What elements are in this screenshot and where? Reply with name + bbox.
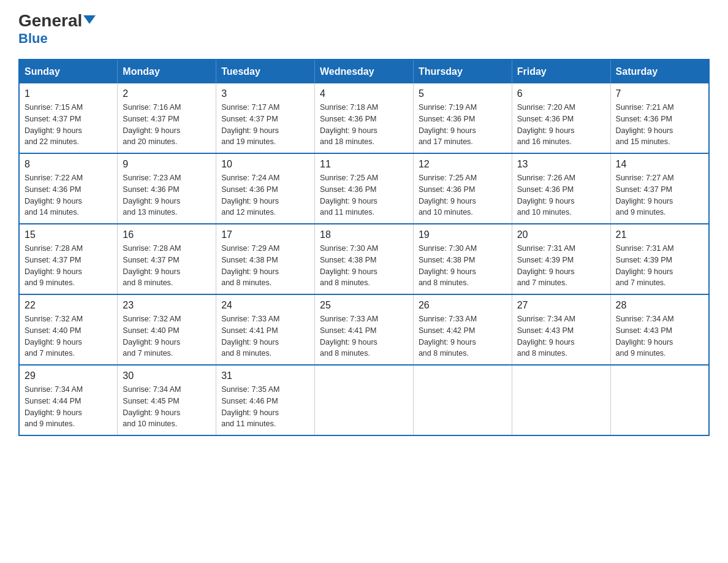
day-number: 12 xyxy=(419,159,507,170)
day-info: Sunrise: 7:33 AMSunset: 4:42 PMDaylight:… xyxy=(419,313,507,359)
calendar-cell: 24 Sunrise: 7:33 AMSunset: 4:41 PMDaylig… xyxy=(216,294,315,365)
day-header-friday: Friday xyxy=(512,59,610,83)
day-number: 26 xyxy=(419,300,507,311)
day-info: Sunrise: 7:31 AMSunset: 4:39 PMDaylight:… xyxy=(616,243,703,289)
day-number: 1 xyxy=(25,88,112,99)
day-number: 3 xyxy=(221,88,309,99)
day-info: Sunrise: 7:35 AMSunset: 4:46 PMDaylight:… xyxy=(221,384,309,430)
calendar-cell xyxy=(610,365,709,435)
calendar-cell: 4 Sunrise: 7:18 AMSunset: 4:36 PMDayligh… xyxy=(315,83,414,153)
day-number: 27 xyxy=(517,300,605,311)
day-number: 23 xyxy=(123,300,211,311)
day-number: 11 xyxy=(320,159,408,170)
day-info: Sunrise: 7:31 AMSunset: 4:39 PMDaylight:… xyxy=(517,243,605,289)
day-header-wednesday: Wednesday xyxy=(315,59,414,83)
calendar-cell: 14 Sunrise: 7:27 AMSunset: 4:37 PMDaylig… xyxy=(610,153,709,224)
day-number: 2 xyxy=(123,88,211,99)
calendar-cell: 17 Sunrise: 7:29 AMSunset: 4:38 PMDaylig… xyxy=(216,224,315,294)
day-number: 17 xyxy=(221,229,309,240)
day-info: Sunrise: 7:25 AMSunset: 4:36 PMDaylight:… xyxy=(419,172,507,218)
calendar-cell xyxy=(512,365,610,435)
day-number: 25 xyxy=(320,300,408,311)
day-info: Sunrise: 7:32 AMSunset: 4:40 PMDaylight:… xyxy=(25,313,112,359)
calendar-cell: 31 Sunrise: 7:35 AMSunset: 4:46 PMDaylig… xyxy=(216,365,315,435)
calendar-cell: 11 Sunrise: 7:25 AMSunset: 4:36 PMDaylig… xyxy=(315,153,414,224)
day-number: 29 xyxy=(25,370,112,381)
day-header-sunday: Sunday xyxy=(19,59,118,83)
day-number: 9 xyxy=(123,159,211,170)
calendar-cell: 2 Sunrise: 7:16 AMSunset: 4:37 PMDayligh… xyxy=(118,83,216,153)
day-info: Sunrise: 7:25 AMSunset: 4:36 PMDaylight:… xyxy=(320,172,408,218)
day-number: 16 xyxy=(123,229,211,240)
calendar-cell: 22 Sunrise: 7:32 AMSunset: 4:40 PMDaylig… xyxy=(19,294,118,365)
calendar-header-row: SundayMondayTuesdayWednesdayThursdayFrid… xyxy=(19,59,709,83)
day-number: 10 xyxy=(221,159,309,170)
day-number: 20 xyxy=(517,229,605,240)
day-info: Sunrise: 7:21 AMSunset: 4:36 PMDaylight:… xyxy=(616,102,703,148)
calendar-cell: 30 Sunrise: 7:34 AMSunset: 4:45 PMDaylig… xyxy=(118,365,216,435)
day-header-monday: Monday xyxy=(118,59,216,83)
day-number: 22 xyxy=(25,300,112,311)
day-info: Sunrise: 7:28 AMSunset: 4:37 PMDaylight:… xyxy=(123,243,211,289)
calendar-week-4: 22 Sunrise: 7:32 AMSunset: 4:40 PMDaylig… xyxy=(19,294,709,365)
day-info: Sunrise: 7:33 AMSunset: 4:41 PMDaylight:… xyxy=(320,313,408,359)
calendar-cell: 21 Sunrise: 7:31 AMSunset: 4:39 PMDaylig… xyxy=(610,224,709,294)
day-number: 18 xyxy=(320,229,408,240)
calendar-cell: 27 Sunrise: 7:34 AMSunset: 4:43 PMDaylig… xyxy=(512,294,610,365)
day-number: 28 xyxy=(616,300,703,311)
day-number: 30 xyxy=(123,370,211,381)
calendar-cell: 8 Sunrise: 7:22 AMSunset: 4:36 PMDayligh… xyxy=(19,153,118,224)
day-number: 7 xyxy=(616,88,703,99)
calendar-cell: 15 Sunrise: 7:28 AMSunset: 4:37 PMDaylig… xyxy=(19,224,118,294)
day-info: Sunrise: 7:16 AMSunset: 4:37 PMDaylight:… xyxy=(123,102,211,148)
calendar-week-1: 1 Sunrise: 7:15 AMSunset: 4:37 PMDayligh… xyxy=(19,83,709,153)
calendar-cell: 18 Sunrise: 7:30 AMSunset: 4:38 PMDaylig… xyxy=(315,224,414,294)
day-info: Sunrise: 7:26 AMSunset: 4:36 PMDaylight:… xyxy=(517,172,605,218)
day-info: Sunrise: 7:24 AMSunset: 4:36 PMDaylight:… xyxy=(221,172,309,218)
calendar-cell: 3 Sunrise: 7:17 AMSunset: 4:37 PMDayligh… xyxy=(216,83,315,153)
calendar-cell: 25 Sunrise: 7:33 AMSunset: 4:41 PMDaylig… xyxy=(315,294,414,365)
calendar-cell xyxy=(413,365,512,435)
day-number: 14 xyxy=(616,159,703,170)
calendar-cell: 28 Sunrise: 7:34 AMSunset: 4:43 PMDaylig… xyxy=(610,294,709,365)
day-info: Sunrise: 7:34 AMSunset: 4:45 PMDaylight:… xyxy=(123,384,211,430)
day-info: Sunrise: 7:20 AMSunset: 4:36 PMDaylight:… xyxy=(517,102,605,148)
day-info: Sunrise: 7:18 AMSunset: 4:36 PMDaylight:… xyxy=(320,102,408,148)
calendar-table: SundayMondayTuesdayWednesdayThursdayFrid… xyxy=(18,59,710,436)
day-info: Sunrise: 7:15 AMSunset: 4:37 PMDaylight:… xyxy=(25,102,112,148)
calendar-cell: 9 Sunrise: 7:23 AMSunset: 4:36 PMDayligh… xyxy=(118,153,216,224)
day-number: 13 xyxy=(517,159,605,170)
day-info: Sunrise: 7:23 AMSunset: 4:36 PMDaylight:… xyxy=(123,172,211,218)
day-info: Sunrise: 7:17 AMSunset: 4:37 PMDaylight:… xyxy=(221,102,309,148)
day-info: Sunrise: 7:29 AMSunset: 4:38 PMDaylight:… xyxy=(221,243,309,289)
day-number: 5 xyxy=(419,88,507,99)
logo-blue: Blue xyxy=(18,31,48,47)
calendar-cell: 29 Sunrise: 7:34 AMSunset: 4:44 PMDaylig… xyxy=(19,365,118,435)
day-number: 8 xyxy=(25,159,112,170)
calendar-cell: 5 Sunrise: 7:19 AMSunset: 4:36 PMDayligh… xyxy=(413,83,512,153)
day-number: 6 xyxy=(517,88,605,99)
day-number: 4 xyxy=(320,88,408,99)
calendar-cell xyxy=(315,365,414,435)
calendar-cell: 26 Sunrise: 7:33 AMSunset: 4:42 PMDaylig… xyxy=(413,294,512,365)
day-info: Sunrise: 7:32 AMSunset: 4:40 PMDaylight:… xyxy=(123,313,211,359)
day-info: Sunrise: 7:33 AMSunset: 4:41 PMDaylight:… xyxy=(221,313,309,359)
calendar-week-3: 15 Sunrise: 7:28 AMSunset: 4:37 PMDaylig… xyxy=(19,224,709,294)
day-header-thursday: Thursday xyxy=(413,59,512,83)
page-header: General Blue xyxy=(18,12,710,47)
calendar-cell: 7 Sunrise: 7:21 AMSunset: 4:36 PMDayligh… xyxy=(610,83,709,153)
calendar-cell: 1 Sunrise: 7:15 AMSunset: 4:37 PMDayligh… xyxy=(19,83,118,153)
day-header-tuesday: Tuesday xyxy=(216,59,315,83)
calendar-cell: 12 Sunrise: 7:25 AMSunset: 4:36 PMDaylig… xyxy=(413,153,512,224)
day-info: Sunrise: 7:27 AMSunset: 4:37 PMDaylight:… xyxy=(616,172,703,218)
day-info: Sunrise: 7:34 AMSunset: 4:44 PMDaylight:… xyxy=(25,384,112,430)
calendar-cell: 13 Sunrise: 7:26 AMSunset: 4:36 PMDaylig… xyxy=(512,153,610,224)
day-info: Sunrise: 7:34 AMSunset: 4:43 PMDaylight:… xyxy=(616,313,703,359)
day-number: 19 xyxy=(419,229,507,240)
day-number: 24 xyxy=(221,300,309,311)
calendar-cell: 23 Sunrise: 7:32 AMSunset: 4:40 PMDaylig… xyxy=(118,294,216,365)
day-number: 31 xyxy=(221,370,309,381)
logo-general: General xyxy=(18,12,96,29)
calendar-cell: 19 Sunrise: 7:30 AMSunset: 4:38 PMDaylig… xyxy=(413,224,512,294)
calendar-cell: 10 Sunrise: 7:24 AMSunset: 4:36 PMDaylig… xyxy=(216,153,315,224)
